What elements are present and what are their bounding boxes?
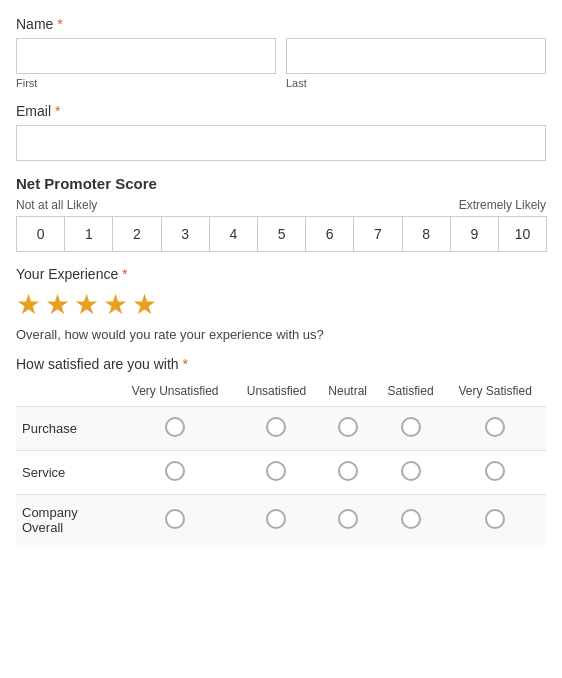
nps-cell-7[interactable]: 7 [353,216,402,252]
nps-title: Net Promoter Score [16,175,546,192]
last-name-input[interactable] [286,38,546,74]
email-label: Email * [16,103,546,119]
radio-1-3[interactable] [401,461,421,481]
radio-2-3[interactable] [401,509,421,529]
email-required: * [55,103,60,119]
star-4[interactable]: ★ [103,288,128,321]
satisfaction-col-header-3: Satisfied [377,380,445,407]
star-2[interactable]: ★ [45,288,70,321]
satisfaction-row-label-2: Company Overall [16,495,116,546]
nps-cell-8[interactable]: 8 [402,216,451,252]
satisfaction-cell-0-2[interactable] [319,407,377,451]
name-row: First Last [16,38,546,89]
email-input[interactable] [16,125,546,161]
experience-required: * [122,266,127,282]
satisfaction-col-header-empty [16,380,116,407]
satisfaction-col-header-2: Neutral [319,380,377,407]
nps-extremes: Not at all Likely Extremely Likely [16,198,546,212]
last-name-col: Last [286,38,546,89]
satisfaction-col-header-0: Very Unsatisfied [116,380,234,407]
radio-0-1[interactable] [266,417,286,437]
radio-0-3[interactable] [401,417,421,437]
nps-cell-4[interactable]: 4 [209,216,258,252]
name-required: * [57,16,62,32]
radio-1-1[interactable] [266,461,286,481]
nps-cell-9[interactable]: 9 [450,216,499,252]
radio-0-4[interactable] [485,417,505,437]
satisfaction-cell-2-1[interactable] [234,495,318,546]
star-3[interactable]: ★ [74,288,99,321]
satisfaction-cell-2-0[interactable] [116,495,234,546]
stars-row[interactable]: ★★★★★ [16,288,546,321]
satisfaction-cell-1-3[interactable] [377,451,445,495]
satisfaction-section: How satisfied are you with * Very Unsati… [16,356,546,545]
nps-cell-5[interactable]: 5 [257,216,306,252]
nps-cell-2[interactable]: 2 [112,216,161,252]
nps-cell-0[interactable]: 0 [16,216,65,252]
experience-text: Overall, how would you rate your experie… [16,327,546,342]
first-label: First [16,77,276,89]
first-name-col: First [16,38,276,89]
last-label: Last [286,77,546,89]
nps-section: Net Promoter Score Not at all Likely Ext… [16,175,546,252]
satisfaction-row-0: Purchase [16,407,546,451]
star-5[interactable]: ★ [132,288,157,321]
radio-1-4[interactable] [485,461,505,481]
satisfaction-cell-0-3[interactable] [377,407,445,451]
satisfaction-label: How satisfied are you with * [16,356,546,372]
name-label: Name * [16,16,546,32]
satisfaction-row-label-1: Service [16,451,116,495]
satisfaction-cell-2-2[interactable] [319,495,377,546]
satisfaction-required: * [183,356,188,372]
satisfaction-cell-1-0[interactable] [116,451,234,495]
satisfaction-cell-0-1[interactable] [234,407,318,451]
nps-scale: 012345678910 [16,216,546,252]
nps-cell-10[interactable]: 10 [498,216,547,252]
nps-cell-1[interactable]: 1 [64,216,113,252]
satisfaction-row-label-0: Purchase [16,407,116,451]
radio-2-0[interactable] [165,509,185,529]
email-field-group: Email * [16,103,546,161]
radio-0-2[interactable] [338,417,358,437]
name-field-group: Name * First Last [16,16,546,89]
satisfaction-col-header-1: Unsatisfied [234,380,318,407]
satisfaction-cell-1-4[interactable] [444,451,546,495]
satisfaction-cell-1-1[interactable] [234,451,318,495]
satisfaction-cell-2-4[interactable] [444,495,546,546]
satisfaction-cell-0-4[interactable] [444,407,546,451]
first-name-input[interactable] [16,38,276,74]
experience-section: Your Experience * ★★★★★ Overall, how wou… [16,266,546,342]
satisfaction-table: Very UnsatisfiedUnsatisfiedNeutralSatisf… [16,380,546,545]
nps-low-label: Not at all Likely [16,198,97,212]
satisfaction-cell-2-3[interactable] [377,495,445,546]
satisfaction-col-header-4: Very Satisfied [444,380,546,407]
satisfaction-cell-0-0[interactable] [116,407,234,451]
star-1[interactable]: ★ [16,288,41,321]
satisfaction-row-2: Company Overall [16,495,546,546]
satisfaction-row-1: Service [16,451,546,495]
experience-label: Your Experience * [16,266,546,282]
nps-cell-3[interactable]: 3 [161,216,210,252]
radio-2-2[interactable] [338,509,358,529]
radio-2-4[interactable] [485,509,505,529]
radio-0-0[interactable] [165,417,185,437]
radio-1-0[interactable] [165,461,185,481]
radio-2-1[interactable] [266,509,286,529]
nps-cell-6[interactable]: 6 [305,216,354,252]
nps-high-label: Extremely Likely [459,198,546,212]
radio-1-2[interactable] [338,461,358,481]
satisfaction-cell-1-2[interactable] [319,451,377,495]
